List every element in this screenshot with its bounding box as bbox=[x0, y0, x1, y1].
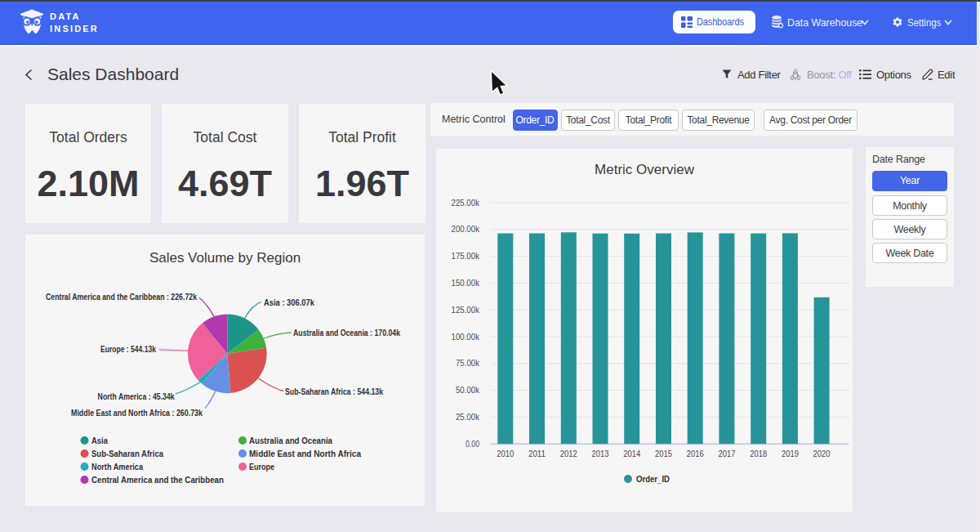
svg-text:Asia : 306.07k: Asia : 306.07k bbox=[264, 297, 314, 307]
svg-text:225.00k: 225.00k bbox=[452, 198, 480, 208]
svg-text:2013: 2013 bbox=[592, 449, 609, 458]
svg-text:100.00k: 100.00k bbox=[452, 332, 480, 342]
svg-text:2016: 2016 bbox=[687, 449, 704, 458]
svg-text:25.00k: 25.00k bbox=[456, 412, 480, 422]
svg-text:200.00k: 200.00k bbox=[452, 224, 480, 234]
svg-text:2012: 2012 bbox=[560, 449, 577, 458]
svg-text:125.00k: 125.00k bbox=[452, 305, 480, 315]
svg-text:Europe: Europe bbox=[249, 462, 274, 472]
svg-text:0.00: 0.00 bbox=[466, 439, 479, 449]
svg-text:Middle East and North Africa: Middle East and North Africa bbox=[249, 449, 361, 458]
svg-text:Order_ID: Order_ID bbox=[636, 474, 670, 484]
svg-text:Sub-Saharan Africa: Sub-Saharan Africa bbox=[91, 449, 163, 458]
svg-text:Australia and Oceania : 170.04: Australia and Oceania : 170.04k bbox=[293, 328, 400, 338]
svg-text:50.00k: 50.00k bbox=[456, 385, 480, 395]
svg-text:75.00k: 75.00k bbox=[456, 358, 480, 368]
svg-text:2011: 2011 bbox=[528, 449, 546, 458]
svg-text:Central America and the Caribb: Central America and the Caribbean : 226.… bbox=[46, 292, 197, 302]
svg-text:2014: 2014 bbox=[623, 449, 640, 458]
svg-text:North America : 45.34k: North America : 45.34k bbox=[98, 391, 175, 401]
svg-text:175.00k: 175.00k bbox=[452, 251, 480, 261]
svg-text:Asia: Asia bbox=[91, 436, 108, 445]
svg-text:2015: 2015 bbox=[655, 449, 672, 458]
svg-text:Australia and Oceania: Australia and Oceania bbox=[249, 436, 332, 445]
svg-text:North America: North America bbox=[91, 462, 143, 472]
svg-text:2020: 2020 bbox=[813, 449, 831, 458]
svg-text:2010: 2010 bbox=[497, 449, 514, 458]
svg-text:Sub-Saharan Africa : 544.13k: Sub-Saharan Africa : 544.13k bbox=[285, 387, 383, 396]
svg-text:2017: 2017 bbox=[718, 449, 735, 458]
svg-text:Europe : 544.13k: Europe : 544.13k bbox=[100, 344, 156, 354]
svg-text:Central America and the Caribb: Central America and the Caribbean bbox=[91, 475, 224, 485]
svg-text:150.00k: 150.00k bbox=[452, 278, 480, 288]
svg-text:2019: 2019 bbox=[782, 449, 799, 458]
svg-text:Middle East and North Africa :: Middle East and North Africa : 260.73k bbox=[71, 408, 203, 418]
svg-text:2018: 2018 bbox=[750, 449, 767, 458]
